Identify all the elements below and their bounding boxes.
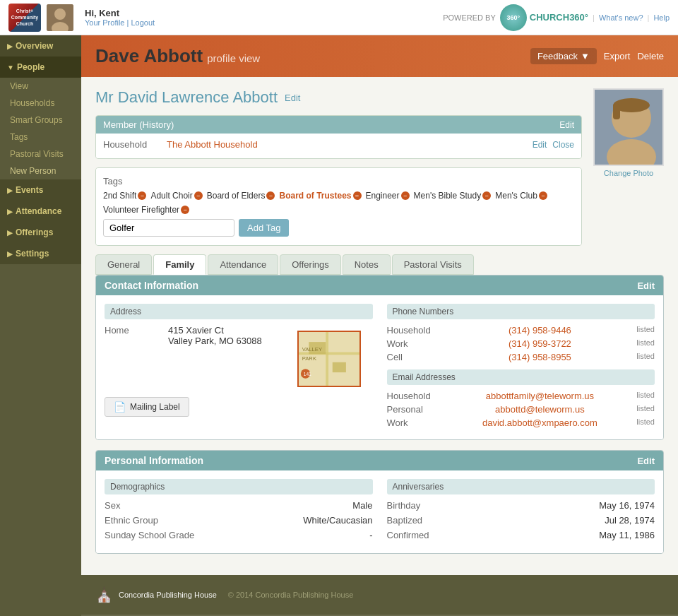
- phone-type-household: Household: [387, 325, 444, 336]
- address-header: Address: [105, 304, 373, 319]
- tabs-bar: General Family Attendance Offerings Note…: [95, 254, 582, 275]
- church360-badge: 360°: [500, 4, 527, 31]
- personal-panel-header: Personal Information Edit: [96, 451, 663, 470]
- svg-point-1: [54, 8, 66, 20]
- sidebar-events-header[interactable]: ▶ Events: [0, 179, 81, 201]
- sidebar-item-tags[interactable]: Tags: [0, 129, 81, 146]
- svg-text:VALLEY: VALLEY: [302, 346, 321, 353]
- phone-val-cell[interactable]: (314) 958-8955: [509, 352, 571, 362]
- household-actions: Edit Close: [533, 140, 574, 150]
- remove-adult-choir[interactable]: −: [194, 191, 203, 200]
- confirmed-label: Confirmed: [387, 530, 429, 540]
- contact-edit-link[interactable]: Edit: [637, 280, 655, 291]
- tag-input[interactable]: [103, 219, 234, 237]
- person-name-edit-link[interactable]: Edit: [285, 93, 300, 103]
- remove-mens-bible[interactable]: −: [482, 191, 491, 200]
- personal-edit-link[interactable]: Edit: [637, 456, 655, 466]
- remove-engineer[interactable]: −: [401, 191, 410, 200]
- add-tag-button[interactable]: Add Tag: [239, 219, 289, 237]
- powered-by-text: POWERED BY: [443, 13, 496, 22]
- ethnic-group-value: White/Caucasian: [303, 515, 372, 526]
- household-edit-link[interactable]: Edit: [533, 140, 547, 150]
- sidebar-item-smart-groups[interactable]: Smart Groups: [0, 112, 81, 129]
- sidebar-attendance-header[interactable]: ▶ Attendance: [0, 201, 81, 222]
- tab-notes[interactable]: Notes: [343, 254, 391, 275]
- ethnic-group-row: Ethnic Group White/Caucasian: [105, 515, 373, 526]
- sidebar-item-households[interactable]: Households: [0, 95, 81, 112]
- help-link[interactable]: Help: [653, 13, 670, 22]
- tags-section: Tags 2nd Shift − Adult Choir − Board of …: [95, 167, 582, 246]
- topbar: Christ+CommunityChurch Hi, Kent Your Pro…: [0, 0, 678, 35]
- household-close-link[interactable]: Close: [552, 140, 574, 150]
- sex-label: Sex: [105, 500, 203, 511]
- footer-copyright: © 2014 Concordia Publishing House: [228, 591, 354, 599]
- sidebar-events-label: Events: [16, 185, 43, 195]
- email-row-household: Household abbottfamily@teleworm.us liste…: [387, 391, 655, 401]
- change-photo-link[interactable]: Change Photo: [593, 169, 664, 177]
- remove-board-elders[interactable]: −: [266, 191, 275, 200]
- profile-top: Mr David Lawrence Abbott Edit Member (Hi…: [95, 88, 664, 275]
- contact-two-col: Address Home 415 Xavier Ct Valley Park, …: [105, 304, 655, 431]
- phone-listed-household: listed: [636, 325, 655, 336]
- export-button[interactable]: Export: [604, 51, 631, 61]
- whats-new-link[interactable]: What's new?: [599, 13, 643, 22]
- sidebar-settings-header[interactable]: ▶ Settings: [0, 243, 81, 264]
- address-and-map: Home 415 Xavier Ct Valley Park, MO 63088: [105, 325, 373, 387]
- contact-panel-header: Contact Information Edit: [96, 276, 663, 295]
- remove-board-trustees[interactable]: −: [353, 191, 362, 200]
- sidebar-item-new-person[interactable]: New Person: [0, 162, 81, 179]
- profile-header: Dave Abbott profile view Feedback ▼ Expo…: [81, 35, 678, 77]
- phone-listed-cell: listed: [636, 352, 655, 362]
- footer: ⛪ Concordia Publishing House © 2014 Conc…: [81, 575, 678, 615]
- remove-mens-club[interactable]: −: [539, 191, 547, 200]
- map-placeholder[interactable]: VALLEY PARK 141: [297, 331, 361, 387]
- email-val-work[interactable]: david.abbott@xmpaero.com: [482, 417, 597, 428]
- remove-volunteer[interactable]: −: [181, 206, 189, 214]
- photo-area: Change Photo: [593, 88, 664, 275]
- footer-logo-name: Concordia Publishing House: [119, 591, 217, 599]
- tag-mens-bible: Men's Bible Study −: [414, 191, 492, 201]
- email-val-household[interactable]: abbottfamily@teleworm.us: [486, 391, 594, 401]
- sidebar-item-view[interactable]: View: [0, 78, 81, 95]
- tab-family[interactable]: Family: [153, 254, 206, 275]
- contact-title: Contact Information: [105, 280, 198, 291]
- phone-type-work: Work: [387, 338, 444, 349]
- anniversaries-header: Anniversaries: [387, 479, 655, 494]
- sidebar-offerings-header[interactable]: ▶ Offerings: [0, 222, 81, 243]
- member-edit-link[interactable]: Edit: [559, 120, 574, 130]
- sidebar-people-label: People: [17, 62, 44, 72]
- profile-actions: Feedback ▼ Export Delete: [530, 48, 664, 64]
- sidebar-people-header[interactable]: ▼ People: [0, 57, 81, 78]
- household-name[interactable]: The Abbott Household: [167, 139, 258, 150]
- sidebar-item-pastoral-visits[interactable]: Pastoral Visits: [0, 146, 81, 162]
- sidebar-overview-header[interactable]: ▶ Overview: [0, 35, 81, 57]
- sex-value: Male: [352, 500, 372, 511]
- remove-2nd-shift[interactable]: −: [138, 191, 146, 200]
- phone-val-work[interactable]: (314) 959-3722: [509, 338, 571, 349]
- separator-1: |: [593, 13, 595, 22]
- contact-col-left: Address Home 415 Xavier Ct Valley Park, …: [105, 304, 373, 431]
- svg-rect-7: [613, 104, 620, 119]
- feedback-button[interactable]: Feedback ▼: [530, 48, 597, 64]
- your-profile-link[interactable]: Your Profile: [85, 18, 124, 27]
- phone-val-household[interactable]: (314) 958-9446: [509, 325, 571, 336]
- delete-button[interactable]: Delete: [637, 51, 664, 61]
- tab-attendance[interactable]: Attendance: [208, 254, 278, 275]
- tag-input-row: Add Tag: [103, 219, 574, 237]
- member-section-body: Household The Abbott Household Edit Clos…: [96, 134, 581, 158]
- tab-general[interactable]: General: [95, 254, 152, 275]
- phone-header: Phone Numbers: [387, 304, 655, 319]
- logout-link[interactable]: Logout: [131, 18, 155, 27]
- tab-pastoral-visits[interactable]: Pastoral Visits: [392, 254, 474, 275]
- sunday-school-value: -: [369, 530, 372, 540]
- svg-rect-12: [332, 362, 345, 372]
- offerings-arrow: ▶: [7, 229, 13, 237]
- person-photo: [593, 88, 664, 166]
- confirmed-value: May 11, 1986: [599, 530, 655, 540]
- tab-offerings[interactable]: Offerings: [280, 254, 341, 275]
- contact-panel-body: Address Home 415 Xavier Ct Valley Park, …: [96, 295, 663, 439]
- email-val-personal[interactable]: abbottd@teleworm.us: [495, 404, 585, 415]
- mailing-label-button[interactable]: 📄 Mailing Label: [105, 397, 189, 417]
- events-section: ▶ Events: [0, 179, 81, 201]
- tag-adult-choir: Adult Choir −: [150, 191, 202, 201]
